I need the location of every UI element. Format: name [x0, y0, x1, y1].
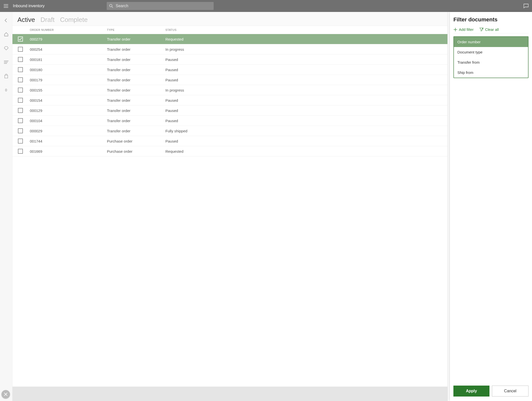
filter-option-document-type[interactable]: Document type [454, 47, 528, 57]
row-checkbox[interactable] [18, 47, 23, 52]
row-checkbox[interactable] [18, 139, 23, 144]
flyout-title: Filter documents [453, 16, 529, 23]
cell-type: Transfer order [107, 119, 165, 123]
search-icon [109, 4, 113, 8]
tab-draft[interactable]: Draft [41, 16, 54, 24]
cell-order: 000254 [30, 47, 107, 51]
clear-filter-icon [480, 28, 484, 32]
cell-order: 000129 [30, 108, 107, 113]
filter-option-ship-from[interactable]: Ship from [454, 67, 528, 78]
left-rail: 0 [0, 12, 12, 401]
svg-point-0 [110, 4, 112, 7]
row-checkbox[interactable] [18, 118, 23, 123]
cell-order: 000279 [30, 37, 107, 41]
row-checkbox[interactable] [18, 37, 23, 42]
row-checkbox[interactable] [18, 77, 23, 82]
col-type[interactable]: TYPE [107, 28, 165, 31]
cell-order: 000181 [30, 57, 107, 62]
tab-active[interactable]: Active [17, 16, 35, 24]
cell-type: Transfer order [107, 57, 165, 62]
row-checkbox[interactable] [18, 67, 23, 72]
cell-order: 001744 [30, 139, 107, 143]
apply-button[interactable]: Apply [453, 386, 489, 397]
cell-order: 000155 [30, 88, 107, 92]
filter-option-transfer-from[interactable]: Transfer from [454, 57, 528, 67]
boxes-icon[interactable] [2, 44, 10, 52]
filter-flyout: Filter documents Add filter Clear all Or… [450, 12, 532, 401]
row-checkbox[interactable] [18, 98, 23, 103]
cell-order: 001669 [30, 149, 107, 153]
clear-all-button[interactable]: Clear all [480, 27, 499, 32]
cell-order: 000179 [30, 78, 107, 82]
close-circle-button[interactable] [1, 390, 10, 399]
page-title: Inbound inventory [13, 4, 45, 8]
zero-icon[interactable]: 0 [2, 86, 10, 94]
row-checkbox[interactable] [18, 149, 23, 154]
cell-order: 000104 [30, 119, 107, 123]
row-checkbox[interactable] [18, 57, 23, 62]
filter-option-order-number[interactable]: Order number [454, 37, 528, 47]
lines-icon[interactable] [2, 58, 10, 66]
tab-complete[interactable]: Complete [60, 16, 88, 24]
cell-type: Transfer order [107, 78, 165, 82]
cell-type: Transfer order [107, 98, 165, 102]
cancel-button[interactable]: Cancel [492, 386, 529, 397]
add-filter-button[interactable]: Add filter [453, 27, 474, 32]
close-icon [4, 393, 7, 396]
cell-type: Transfer order [107, 108, 165, 113]
cell-type: Transfer order [107, 37, 165, 41]
col-order[interactable]: ORDER NUMBER [30, 28, 107, 31]
messages-button[interactable] [522, 2, 530, 10]
svg-line-1 [112, 7, 113, 8]
cell-order: 000180 [30, 68, 107, 72]
hamburger-button[interactable] [2, 2, 10, 10]
top-bar: Inbound inventory Search [0, 0, 532, 12]
cell-type: Purchase order [107, 149, 165, 153]
bag-icon[interactable] [2, 72, 10, 80]
row-checkbox[interactable] [18, 128, 23, 133]
filter-field-dropdown: Order number Document type Transfer from… [453, 36, 529, 78]
search-placeholder: Search [116, 4, 128, 8]
row-checkbox[interactable] [18, 88, 23, 93]
home-icon[interactable] [2, 30, 10, 38]
back-button[interactable] [2, 16, 10, 24]
cell-order: 000154 [30, 98, 107, 102]
row-checkbox[interactable] [18, 108, 23, 113]
cell-type: Transfer order [107, 47, 165, 51]
search-box[interactable]: Search [107, 2, 214, 10]
cell-type: Purchase order [107, 139, 165, 143]
cell-type: Transfer order [107, 88, 165, 92]
cell-type: Transfer order [107, 129, 165, 133]
cell-order: 000029 [30, 129, 107, 133]
plus-icon [453, 28, 457, 32]
cell-type: Transfer order [107, 68, 165, 72]
